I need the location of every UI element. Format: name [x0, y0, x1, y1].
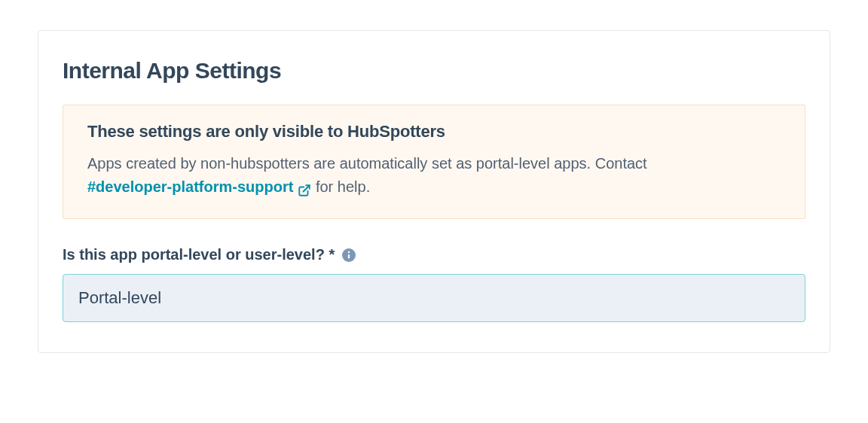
notice-title: These settings are only visible to HubSp…: [87, 122, 781, 142]
app-level-select[interactable]: Portal-level: [63, 274, 805, 322]
notice-body: Apps created by non-hubspotters are auto…: [87, 152, 781, 199]
app-level-label: Is this app portal-level or user-level? …: [63, 246, 335, 263]
notice-body-prefix: Apps created by non-hubspotters are auto…: [87, 155, 647, 172]
visibility-notice: These settings are only visible to HubSp…: [63, 105, 805, 219]
svg-rect-2: [348, 254, 350, 258]
svg-point-3: [348, 251, 350, 252]
notice-body-suffix: for help.: [311, 178, 370, 195]
channel-link-text: #developer-platform-support: [87, 175, 293, 199]
external-link-icon: [298, 181, 311, 194]
svg-line-0: [304, 185, 310, 191]
support-channel-link[interactable]: #developer-platform-support: [87, 175, 311, 199]
info-icon[interactable]: [342, 248, 356, 262]
page-title: Internal App Settings: [63, 58, 805, 84]
field-label-row: Is this app portal-level or user-level? …: [63, 246, 805, 263]
settings-card: Internal App Settings These settings are…: [38, 30, 830, 353]
